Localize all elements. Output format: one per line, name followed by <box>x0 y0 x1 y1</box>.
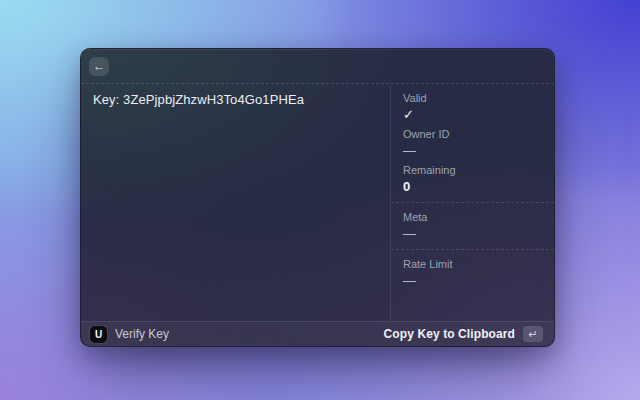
field-remaining: Remaining 0 <box>403 164 542 194</box>
key-detail-content: Key: 3ZePjpbjZhzwH3To4Go1PHEa <box>81 84 390 321</box>
field-meta: Meta — <box>403 211 542 241</box>
field-value: — <box>403 274 542 288</box>
field-label: Owner ID <box>403 128 542 140</box>
metadata-panel: Valid ✓ Owner ID — Remaining 0 Meta <box>390 84 554 321</box>
command-name: Verify Key <box>115 327 169 341</box>
checkmark-icon: ✓ <box>403 108 542 122</box>
copy-key-button[interactable]: Copy Key to Clipboard ↵ <box>382 324 545 344</box>
field-label: Meta <box>403 211 542 223</box>
enter-key-icon: ↵ <box>523 326 543 342</box>
field-label: Rate Limit <box>403 258 542 270</box>
window-header: ← <box>81 49 554 84</box>
arrow-left-icon: ← <box>93 60 105 72</box>
field-label: Valid <box>403 92 542 104</box>
unkey-extension-icon: U <box>90 326 107 343</box>
field-owner-id: Owner ID — <box>403 128 542 158</box>
verify-key-window: ← Key: 3ZePjpbjZhzwH3To4Go1PHEa Valid ✓ … <box>80 48 555 347</box>
field-rate-limit: Rate Limit — <box>403 258 542 288</box>
window-body: Key: 3ZePjpbjZhzwH3To4Go1PHEa Valid ✓ Ow… <box>81 84 554 321</box>
field-value: — <box>403 227 542 241</box>
command-info: U Verify Key <box>90 326 169 343</box>
field-value: 0 <box>403 180 542 194</box>
key-display: Key: 3ZePjpbjZhzwH3To4Go1PHEa <box>93 92 378 107</box>
metadata-section-status: Valid ✓ Owner ID — Remaining 0 <box>391 84 554 203</box>
action-bar: U Verify Key Copy Key to Clipboard ↵ <box>81 321 554 346</box>
desktop-background: ← Key: 3ZePjpbjZhzwH3To4Go1PHEa Valid ✓ … <box>0 0 640 400</box>
metadata-section-rate-limit: Rate Limit — <box>391 250 554 321</box>
copy-key-label: Copy Key to Clipboard <box>384 327 515 341</box>
field-label: Remaining <box>403 164 542 176</box>
field-value: — <box>403 144 542 158</box>
metadata-section-meta: Meta — <box>391 203 554 250</box>
field-valid: Valid ✓ <box>403 92 542 122</box>
back-button[interactable]: ← <box>89 57 109 76</box>
